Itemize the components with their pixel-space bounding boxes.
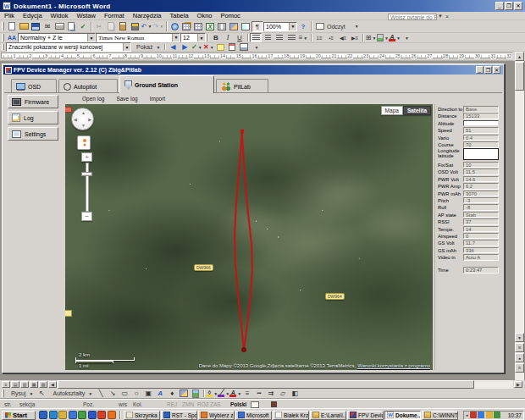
menu-item[interactable]: Okno	[193, 12, 217, 20]
help-question-box[interactable]: Wpisz pytanie do Pomocy	[388, 14, 437, 20]
pan-up-icon[interactable]: ▲	[81, 110, 86, 115]
show-hide-marks-icon[interactable]: ¶	[251, 21, 263, 32]
log-action-button[interactable]: Open log	[80, 95, 106, 102]
copy-icon[interactable]	[105, 21, 117, 32]
chevron-down-icon[interactable]: ▼	[438, 14, 443, 19]
tab-pitlab[interactable]: PitLab	[216, 79, 268, 93]
web-layout-icon[interactable]: ▤	[11, 381, 19, 388]
reject-change-icon[interactable]: ✕▼	[202, 42, 214, 52]
taskbar-button[interactable]: Wybierz z...	[198, 411, 235, 420]
font-combo[interactable]: Times New Roman▼	[96, 33, 180, 42]
menu-item[interactable]: Widok	[47, 12, 73, 20]
map-mode-mapa[interactable]: Mapa	[381, 106, 403, 115]
bold-icon[interactable]: B	[210, 33, 222, 42]
app-red-icon[interactable]	[97, 411, 106, 419]
line-icon[interactable]: ╲	[95, 388, 107, 399]
telemetry-value[interactable]	[463, 148, 499, 160]
tables-borders-icon[interactable]	[180, 21, 192, 32]
start-button[interactable]: Start	[2, 411, 36, 420]
highlight-icon[interactable]: ▼	[377, 33, 389, 42]
bullet-list-icon[interactable]: •≡	[325, 33, 337, 42]
toolbar-options-icon[interactable]: ▼	[401, 33, 412, 42]
updates-tray-icon[interactable]	[494, 412, 500, 418]
hyperlink-icon[interactable]	[169, 21, 180, 32]
next-page-icon[interactable]: «	[515, 363, 524, 373]
outline-view-icon[interactable]: ▦	[30, 381, 38, 388]
next-change-icon[interactable]: ▶	[179, 42, 191, 52]
toolbar-grip[interactable]	[2, 390, 4, 397]
log-action-button[interactable]: Import	[148, 95, 167, 102]
insert-picture-icon[interactable]	[190, 388, 202, 399]
rectangle-icon[interactable]: ▭	[119, 388, 130, 399]
menu-item[interactable]: Wstaw	[72, 12, 100, 20]
print-preview-icon[interactable]	[65, 21, 77, 32]
fpv-minimize-button[interactable]: _	[476, 66, 484, 74]
scroll-right-icon[interactable]: ▶	[514, 381, 522, 388]
drawing-icon[interactable]	[228, 21, 240, 32]
shadow-style-icon[interactable]: ▱	[277, 388, 289, 399]
line-style-icon[interactable]: ≡	[241, 388, 253, 399]
track-changes-icon[interactable]	[226, 42, 238, 52]
sidebar-button-settings[interactable]: Settings	[8, 127, 58, 141]
clip-art-icon[interactable]	[178, 388, 190, 399]
align-right-icon[interactable]	[274, 33, 285, 42]
styles-pane-icon[interactable]: AA	[6, 33, 18, 42]
help-icon[interactable]: ?	[297, 21, 309, 32]
media-player-icon[interactable]	[69, 411, 77, 419]
increase-indent-icon[interactable]: ▶≡	[349, 33, 361, 42]
toolbar-grip[interactable]	[2, 22, 4, 31]
restore-button[interactable]: ❐	[505, 2, 513, 10]
insert-comment-icon[interactable]	[214, 42, 226, 52]
insert-table-icon[interactable]	[192, 21, 204, 32]
pan-down-icon[interactable]: ▼	[81, 123, 86, 128]
redo-icon[interactable]: ↷▼	[152, 21, 164, 32]
print-layout-icon[interactable]: ▥	[20, 381, 29, 388]
fpv-close-button[interactable]: ✕	[493, 66, 500, 74]
dash-style-icon[interactable]: ╍	[253, 388, 265, 399]
menu-item[interactable]: Narzędzia	[129, 12, 166, 20]
tab-ground-station[interactable]: Ground Station	[119, 75, 214, 93]
network-tray-icon[interactable]	[478, 412, 484, 418]
antivirus-tray-icon[interactable]	[470, 412, 477, 418]
menu-item[interactable]: Tabela	[165, 12, 192, 20]
autoshapes-menu-button[interactable]: Autokształty▼	[47, 388, 95, 399]
toolbar-grip[interactable]	[2, 34, 4, 41]
zoom-combo[interactable]: 100%▼	[263, 22, 297, 31]
italic-icon[interactable]: I	[222, 33, 234, 42]
taskbar-button[interactable]: Microsoft ...	[235, 411, 272, 420]
arrow-icon[interactable]: ↘	[107, 388, 119, 399]
three-d-style-icon[interactable]: ◧	[289, 388, 301, 399]
scrollbar-thumb[interactable]	[515, 62, 524, 91]
messenger-icon[interactable]	[78, 411, 86, 419]
normal-view-icon[interactable]: ≡	[2, 381, 10, 388]
wordart-icon[interactable]: A	[154, 388, 166, 399]
zoom-in-button[interactable]: +	[81, 152, 92, 162]
close-button[interactable]: ✕	[514, 2, 522, 10]
menubar-close-icon[interactable]: ×	[445, 14, 449, 19]
scroll-down-icon[interactable]: ▼	[515, 333, 524, 342]
save-icon[interactable]	[30, 21, 41, 32]
draw-menu-button[interactable]: Rysuj▼	[6, 388, 36, 399]
paste-icon[interactable]	[117, 21, 129, 32]
numbered-list-icon[interactable]: 1≡	[313, 33, 325, 42]
status-language[interactable]: Polski	[230, 401, 246, 407]
street-view-pegman[interactable]	[77, 135, 91, 150]
spelling-icon[interactable]: ✓	[77, 21, 89, 32]
taskbar-button[interactable]: FPV Devic...	[347, 411, 384, 420]
new-document-icon[interactable]	[6, 21, 18, 32]
zoom-slider-track[interactable]	[86, 163, 89, 212]
terms-link[interactable]: Warunki korzystania z programu	[357, 363, 430, 368]
line-color-icon[interactable]: ╱▼	[218, 388, 229, 399]
open-icon[interactable]	[18, 21, 30, 32]
show-desktop-icon[interactable]	[58, 411, 67, 419]
minimize-button[interactable]: _	[495, 2, 504, 10]
accept-change-icon[interactable]: ✓▼	[191, 42, 202, 52]
arrow-style-icon[interactable]: ⇉	[265, 388, 277, 399]
font-color-icon[interactable]: A▼	[229, 388, 241, 399]
scroll-left-icon[interactable]: ◀	[48, 381, 57, 388]
taskbar-button[interactable]: RST - Spo...	[161, 411, 197, 420]
sidebar-button-log[interactable]: Log	[8, 111, 58, 124]
map-mode-satelita[interactable]: Satelita	[403, 106, 431, 115]
outlook-icon[interactable]	[49, 411, 58, 419]
document-map-icon[interactable]	[240, 21, 251, 32]
